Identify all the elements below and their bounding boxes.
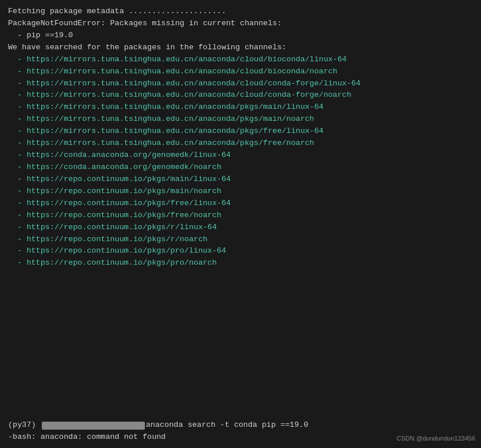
prompt-blurred — [42, 422, 145, 430]
terminal-line-url12: - https://repo.continuum.io/pkgs/main/no… — [8, 186, 473, 198]
terminal-line-url3: - https://mirrors.tuna.tsinghua.edu.cn/a… — [8, 78, 473, 90]
terminal-line-searched: We have searched for the packages in the… — [8, 42, 473, 54]
terminal: Fetching package metadata ..............… — [0, 0, 481, 448]
terminal-line-fetch: Fetching package metadata ..............… — [8, 6, 473, 18]
terminal-line-url9: - https://conda.anaconda.org/genomedk/li… — [8, 150, 473, 162]
terminal-line-url17: - https://repo.continuum.io/pkgs/pro/lin… — [8, 245, 473, 257]
terminal-line-url18: - https://repo.continuum.io/pkgs/pro/noa… — [8, 257, 473, 269]
terminal-line-url15: - https://repo.continuum.io/pkgs/r/linux… — [8, 222, 473, 234]
terminal-line-url13: - https://repo.continuum.io/pkgs/free/li… — [8, 198, 473, 210]
terminal-line-url2: - https://mirrors.tuna.tsinghua.edu.cn/a… — [8, 66, 473, 78]
terminal-line-url4: - https://mirrors.tuna.tsinghua.edu.cn/a… — [8, 89, 473, 101]
terminal-line-error: PackageNotFoundError: Packages missing i… — [8, 18, 473, 30]
terminal-line-url5: - https://mirrors.tuna.tsinghua.edu.cn/a… — [8, 101, 473, 113]
terminal-line-url6: - https://mirrors.tuna.tsinghua.edu.cn/a… — [8, 113, 473, 125]
prompt-prefix: (py37) — [8, 419, 41, 431]
terminal-line-url7: - https://mirrors.tuna.tsinghua.edu.cn/a… — [8, 125, 473, 137]
terminal-line-url16: - https://repo.continuum.io/pkgs/r/noarc… — [8, 234, 473, 246]
prompt-command: anaconda search -t conda pip ==19.0 — [146, 419, 309, 431]
terminal-line-url8: - https://mirrors.tuna.tsinghua.edu.cn/a… — [8, 137, 473, 150]
watermark: CSDN @dundundun123456 — [397, 434, 475, 443]
terminal-line-url1: - https://mirrors.tuna.tsinghua.edu.cn/a… — [8, 54, 473, 66]
terminal-line-pip: - pip ==19.0 — [8, 30, 473, 42]
prompt-line: (py37) anaconda search -t conda pip ==19… — [8, 419, 473, 431]
terminal-line-url10: - https://conda.anaconda.org/genomedk/no… — [8, 162, 473, 174]
terminal-line-url14: - https://repo.continuum.io/pkgs/free/no… — [8, 210, 473, 222]
terminal-line-url11: - https://repo.continuum.io/pkgs/main/li… — [8, 174, 473, 186]
